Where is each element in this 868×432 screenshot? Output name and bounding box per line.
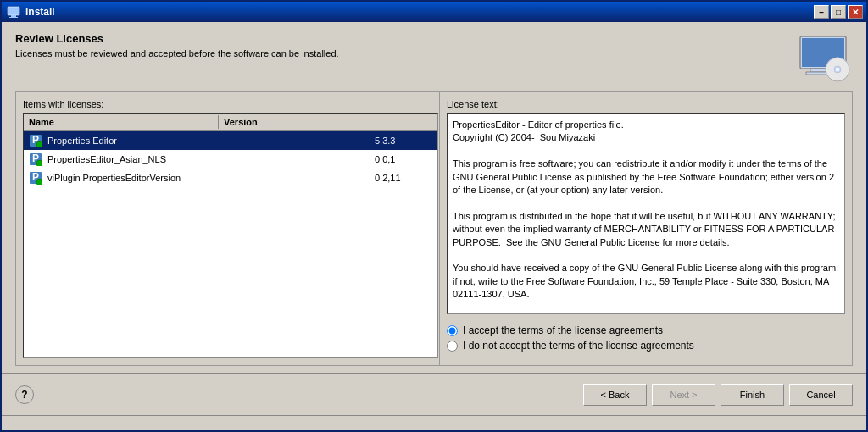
header-icon-area [793,32,853,83]
item-version-2: 0,2,11 [370,173,437,183]
maximize-button[interactable]: □ [831,5,846,19]
title-bar: Install – □ ✕ [2,2,866,22]
list-item[interactable]: P Properties Editor 5.3.3 [24,131,437,150]
svg-point-12 [36,141,42,147]
accept-option[interactable]: I accept the terms of the license agreem… [447,324,845,336]
page-title: Review Licenses [15,32,339,45]
page-subtitle: Licenses must be reviewed and accepted b… [15,48,339,58]
svg-rect-2 [9,17,18,18]
item-version-0: 5.3.3 [370,136,437,146]
next-button[interactable]: Next > [652,384,715,406]
items-list-container: Name Version P [23,113,438,358]
svg-point-18 [36,179,42,185]
header-section: Review Licenses Licenses must be reviewe… [15,32,853,83]
install-icon [7,5,20,19]
header-text: Review Licenses Licenses must be reviewe… [15,32,339,58]
finish-button[interactable]: Finish [721,384,784,406]
item-version-1: 0,0,1 [370,154,437,164]
item-icon-1: P [27,152,44,167]
content-area: Review Licenses Licenses must be reviewe… [2,22,866,373]
status-bar [2,415,866,430]
svg-rect-1 [11,15,16,17]
bottom-left: ? [15,385,34,404]
item-name-0: Properties Editor [44,136,370,146]
cancel-button[interactable]: Cancel [789,384,853,406]
window-title: Install [25,6,55,18]
license-label: License text: [447,99,845,109]
item-icon-0: P [27,133,44,148]
decline-label: I do not accept the terms of the license… [463,340,694,352]
help-button[interactable]: ? [15,385,34,404]
svg-point-9 [836,68,839,71]
minimize-button[interactable]: – [814,5,829,19]
close-button[interactable]: ✕ [848,5,863,19]
license-text: PropertiesEditor - Editor of properties … [447,113,845,314]
accept-label: I accept the terms of the license agreem… [463,324,663,336]
title-bar-left: Install [7,5,55,19]
svg-point-15 [36,160,42,166]
col-name-header: Name [24,115,219,129]
item-name-1: PropertiesEditor_Asian_NLS [44,154,370,164]
back-button[interactable]: < Back [583,384,647,406]
bottom-bar: ? < Back Next > Finish Cancel [2,373,866,415]
col-version-header: Version [219,115,263,129]
svg-rect-0 [8,7,19,15]
item-name-2: viPlugin PropertiesEditorVersion [44,173,370,183]
items-label: Items with licenses: [23,99,432,109]
items-list: P Properties Editor 5.3.3 [24,131,437,357]
list-header: Name Version [24,114,437,131]
decline-radio[interactable] [447,341,458,352]
header-graphic [793,32,853,83]
accept-radio[interactable] [447,325,458,336]
bottom-right: < Back Next > Finish Cancel [583,384,853,406]
accept-section: I accept the terms of the license agreem… [447,321,845,358]
item-icon-2: P [27,170,44,186]
main-content: Items with licenses: Name Version [15,91,853,366]
install-window: Install – □ ✕ Review Licenses Licenses m… [0,0,868,432]
list-item[interactable]: P PropertiesEditor_Asian_NLS 0,0,1 [24,150,437,169]
title-bar-buttons: – □ ✕ [814,5,863,19]
list-item[interactable]: P viPlugin PropertiesEditorVersion 0,2,1… [24,169,437,187]
decline-option[interactable]: I do not accept the terms of the license… [447,340,845,352]
